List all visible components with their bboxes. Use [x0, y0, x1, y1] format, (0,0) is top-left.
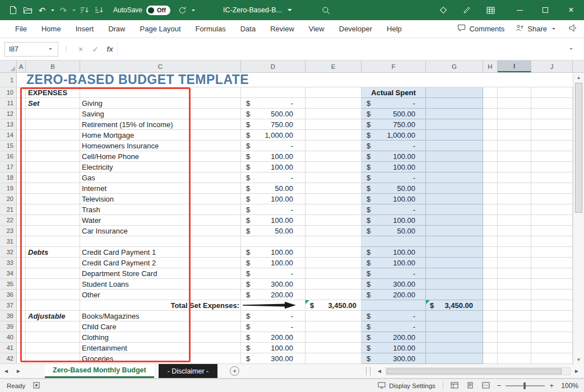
- cell-F11[interactable]: $-: [361, 98, 426, 109]
- cell-I23[interactable]: [498, 226, 531, 236]
- cell-G14[interactable]: [426, 130, 483, 141]
- diamond-icon[interactable]: [435, 3, 452, 17]
- cell-C22[interactable]: Water: [80, 215, 241, 226]
- cell-B18[interactable]: [26, 172, 80, 183]
- cell-J11[interactable]: [531, 98, 573, 109]
- cell-G33[interactable]: [426, 258, 483, 268]
- row-header-1[interactable]: 1: [0, 73, 17, 87]
- zoom-out-icon[interactable]: −: [497, 381, 502, 390]
- cell-E32[interactable]: [305, 247, 361, 258]
- cell-I18[interactable]: [498, 172, 531, 183]
- cell-A18[interactable]: [17, 172, 26, 183]
- cell-J33[interactable]: [531, 258, 573, 268]
- vertical-scroll-thumb[interactable]: [575, 83, 582, 213]
- cell-D40[interactable]: $200.00: [241, 332, 305, 343]
- cell-J35[interactable]: [531, 279, 573, 290]
- zoom-level[interactable]: 100%: [558, 382, 578, 390]
- row-header-41[interactable]: 41: [0, 343, 17, 353]
- cell-I16[interactable]: [498, 151, 531, 162]
- cell-F42[interactable]: $300.00: [361, 353, 426, 364]
- cell-B14[interactable]: [26, 130, 80, 141]
- cell-H37[interactable]: [483, 300, 498, 311]
- row-header-11[interactable]: 11: [0, 98, 17, 109]
- cell-H31[interactable]: [483, 236, 498, 247]
- cell-I32[interactable]: [498, 247, 531, 258]
- macro-record-icon[interactable]: [33, 382, 40, 390]
- cell-D11[interactable]: $-: [241, 98, 305, 109]
- ribbon-tab-insert[interactable]: Insert: [68, 20, 101, 38]
- cell-G37[interactable]: $3,450.00: [426, 300, 483, 311]
- cell-G39[interactable]: [426, 321, 483, 332]
- column-header-a[interactable]: A: [17, 60, 26, 72]
- cell-F33[interactable]: $100.00: [361, 258, 426, 268]
- cell-G23[interactable]: [426, 226, 483, 236]
- cell-C34[interactable]: Department Store Card: [80, 268, 241, 279]
- cell-G19[interactable]: [426, 183, 483, 194]
- cell-C41[interactable]: Entertainment: [80, 343, 241, 353]
- sort-descending-icon[interactable]: [92, 3, 106, 17]
- cell-G15[interactable]: [426, 141, 483, 151]
- cell-G34[interactable]: [426, 268, 483, 279]
- cell-C23[interactable]: Car Insurance: [80, 226, 241, 236]
- new-file-icon[interactable]: [6, 3, 20, 17]
- autosave-toggle[interactable]: Off: [146, 6, 170, 15]
- cell-H32[interactable]: [483, 247, 498, 258]
- cell-J20[interactable]: [531, 194, 573, 204]
- cell-H41[interactable]: [483, 343, 498, 353]
- cell-G36[interactable]: [426, 290, 483, 300]
- cell-I39[interactable]: [498, 321, 531, 332]
- row-header-10[interactable]: 10: [0, 87, 17, 98]
- cell-D34[interactable]: $-: [241, 268, 305, 279]
- sync-refresh-icon[interactable]: [175, 3, 190, 17]
- cell-E36[interactable]: [305, 290, 361, 300]
- cell-B36[interactable]: [26, 290, 80, 300]
- cell-I37[interactable]: [498, 300, 531, 311]
- page-layout-view-icon[interactable]: [466, 382, 474, 390]
- cell-A16[interactable]: [17, 151, 26, 162]
- insert-function-icon[interactable]: fx: [103, 42, 117, 57]
- cell-F41[interactable]: $100.00: [361, 343, 426, 353]
- cell-A41[interactable]: [17, 343, 26, 353]
- enter-icon[interactable]: ✓: [88, 42, 103, 57]
- cell-F32[interactable]: $100.00: [361, 247, 426, 258]
- cell-E33[interactable]: [305, 258, 361, 268]
- cell-D31[interactable]: [241, 236, 305, 247]
- scroll-down-icon[interactable]: ▼: [573, 355, 584, 364]
- redo-icon[interactable]: ↷: [56, 3, 71, 17]
- cell-G35[interactable]: [426, 279, 483, 290]
- cell-A21[interactable]: [17, 204, 26, 215]
- cell-D19[interactable]: $50.00: [241, 183, 305, 194]
- cell-A14[interactable]: [17, 130, 26, 141]
- cell-E31[interactable]: [305, 236, 361, 247]
- ribbon-tab-home[interactable]: Home: [34, 20, 68, 38]
- cell-D33[interactable]: $100.00: [241, 258, 305, 268]
- feedback-icon[interactable]: [568, 24, 577, 34]
- cell-E42[interactable]: [305, 353, 361, 364]
- column-header-c[interactable]: C: [80, 60, 241, 72]
- cell-D35[interactable]: $300.00: [241, 279, 305, 290]
- row-header-39[interactable]: 39: [0, 321, 17, 332]
- cell-G18[interactable]: [426, 172, 483, 183]
- name-box[interactable]: I87: [4, 42, 58, 57]
- cell-H23[interactable]: [483, 226, 498, 236]
- cell-I14[interactable]: [498, 130, 531, 141]
- row-header-34[interactable]: 34: [0, 268, 17, 279]
- cell-D39[interactable]: $-: [241, 321, 305, 332]
- row-header-32[interactable]: 32: [0, 247, 17, 258]
- column-header-i[interactable]: I: [498, 60, 531, 72]
- comments-button[interactable]: Comments: [457, 24, 504, 34]
- row-header-17[interactable]: 17: [0, 162, 17, 172]
- cell-C19[interactable]: Internet: [80, 183, 241, 194]
- ribbon-tab-draw[interactable]: Draw: [101, 20, 132, 38]
- cell-E21[interactable]: [305, 204, 361, 215]
- cell-E39[interactable]: [305, 321, 361, 332]
- cell-J37[interactable]: [531, 300, 573, 311]
- cell-G16[interactable]: [426, 151, 483, 162]
- cell-F17[interactable]: $100.00: [361, 162, 426, 172]
- cell-F20[interactable]: $100.00: [361, 194, 426, 204]
- cell-I40[interactable]: [498, 332, 531, 343]
- cell-J34[interactable]: [531, 268, 573, 279]
- cell-C39[interactable]: Child Care: [80, 321, 241, 332]
- cell-B15[interactable]: [26, 141, 80, 151]
- normal-view-icon[interactable]: [451, 382, 458, 390]
